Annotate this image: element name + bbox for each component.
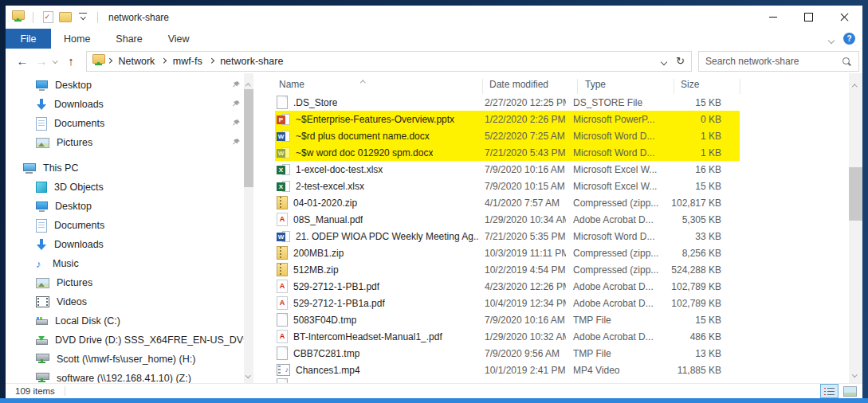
sidebar-item-documents[interactable]: Documents [6,216,244,235]
file-row-200mb1-zip[interactable]: 200MB1.zip10/3/2019 11:11 PMCompressed (… [275,245,740,261]
sidebar-item-desktop[interactable]: Desktop [6,76,244,95]
sidebar-item-downloads[interactable]: Downloads [6,235,244,254]
maximize-button[interactable] [791,6,827,29]
file-row-04-01-2020-zip[interactable]: 04-01-2020.zip4/1/2020 7:57 AMCompressed… [275,194,740,211]
breadcrumb-network[interactable]: Network [114,56,160,67]
search-box [698,51,859,72]
sidebar-item-software-192-168-41-10-z[interactable]: software (\\192.168.41.10) (Z:) [6,369,244,384]
file-row-w-word-doc-012920-spm-docx[interactable]: ~$w word doc 012920 spm.docx7/21/2020 5:… [275,144,740,161]
breadcrumb-chevron-icon[interactable] [160,59,167,63]
breadcrumb-chevron-icon[interactable] [106,59,113,63]
ribbon-expand-button[interactable] [829,32,834,46]
file-row-chances1-mp4[interactable]: Chances1.mp410/1/2019 2:41 PMMP4 Video11… [275,362,740,378]
column-header-type[interactable]: Type [578,79,674,94]
name-cell: Chances1.mp4 [275,364,478,376]
file-date-modified: 1/22/2020 2:26 PM [478,114,566,125]
column-header-date-modified[interactable]: Date modified [483,79,578,94]
sidebar-scrollbar-thumb[interactable] [244,89,253,187]
file-row-enterprise-features-overview-pptx[interactable]: ~$Enterprise-Features-Overview.pptx1/22/… [275,111,740,127]
3d-objects-icon [36,182,47,193]
sidebar-item-videos[interactable]: Videos [6,292,244,311]
recent-locations-chevron[interactable] [50,51,61,72]
file-list-scrollbar[interactable] [849,73,862,384]
search-icon[interactable] [842,57,850,65]
search-input[interactable] [699,56,842,67]
file-type: Adobe Acrobat D... [566,214,662,225]
file-size: 486 KB [662,331,727,342]
customize-quick-access-button[interactable] [74,8,92,27]
forward-button[interactable]: → [33,51,50,72]
file-name: 529-2712-1-PB1a.pdf [293,298,385,309]
up-button[interactable]: ↑ [61,51,81,72]
file-date-modified: 5/22/2020 7:25 AM [478,131,566,142]
tab-share[interactable]: Share [103,29,155,49]
name-cell: 04-01-2020.zip [275,196,478,209]
breadcrumb-chevron-icon[interactable] [208,59,215,63]
tab-home[interactable]: Home [51,29,103,49]
file-row-ds-store[interactable]: .DS_Store2/27/2020 12:25 PMDS_STORE File… [275,94,740,111]
address-bar[interactable]: Networkmwf-fsnetwork-share ↻ [86,51,692,72]
address-dropdown-chevron[interactable] [662,56,666,67]
breadcrumb-mwf-fs[interactable]: mwf-fs [168,56,207,67]
column-header-name[interactable]: Name [275,79,483,94]
file-size: 15 KB [662,181,727,192]
column-header-size[interactable]: Size [674,79,740,94]
file-name: 529-2712-1-PB1.pdf [293,281,379,292]
divider [65,386,65,396]
file-row-21-odep-wioa-pdc-weekly-meeting-ag[interactable]: 21. ODEP WIOA PDC Weekly Meeting Ag...7/… [275,228,740,245]
sidebar-item-pictures[interactable]: Pictures [6,273,244,292]
documents-icon [36,117,47,131]
large-icons-view-button[interactable] [841,384,859,398]
sidebar-item-documents[interactable]: Documents [6,114,244,133]
file-row-1-excel-doc-test-xlsx[interactable]: 1-excel-doc-test.xlsx7/9/2020 10:16 AMMi… [275,161,740,178]
pdf-icon [277,296,288,310]
sidebar-item-dvd-drive-d-sss-x64fre-en-us-dv9[interactable]: DVD Drive (D:) SSS_X64FRE_EN-US_DV9 [6,331,244,350]
window-system-menu[interactable] [10,8,27,27]
file-row-2-test-excel-xlsx[interactable]: 2-test-excel.xlsx7/9/2020 10:15 AMMicros… [275,178,740,194]
minimize-button[interactable] [755,6,791,29]
breadcrumb-network-share[interactable]: network-share [215,56,288,67]
excel-icon [277,180,290,193]
file-type: MP4 Video [566,365,662,376]
scroll-down-icon[interactable] [853,365,857,379]
quick-access-properties-button[interactable] [39,8,57,27]
documents-icon [36,219,47,233]
file-type: DS_STORE File [566,97,662,108]
tab-file[interactable]: File [6,29,51,49]
details-view-button[interactable] [820,384,839,398]
view-buttons [820,384,859,398]
file-size: 102,789 KB [662,281,727,292]
back-button[interactable]: ← [12,51,33,72]
file-row-529-2712-1-pb1-pdf[interactable]: 529-2712-1-PB1.pdf4/23/2020 12:26 PMAdob… [275,278,740,295]
file-row-5083f04d-tmp[interactable]: 5083F04D.tmp7/9/2020 10:16 AMTMP File15 … [275,311,740,328]
sidebar-item-pictures[interactable]: Pictures [6,133,244,152]
file-row-08s-manual-pdf[interactable]: 08S_Manual.pdf1/29/2020 10:34 AMAdobe Ac… [275,211,740,228]
close-button[interactable] [827,6,862,29]
refresh-icon[interactable]: ↻ [676,56,685,66]
file-row-512mb-zip[interactable]: 512MB.zip10/2/2019 4:54 PMCompressed (zi… [275,261,740,278]
file-size: 5,305 KB [662,214,727,225]
help-icon[interactable] [843,33,855,45]
word-icon [277,230,290,243]
name-cell: 529-2712-1-PB1.pdf [275,280,478,293]
file-row-bt-intercomheadset-manual1-pdf[interactable]: BT-IntercomHeadset-Manual1_.pdf1/29/2020… [275,328,740,345]
sidebar-item-music[interactable]: Music [6,254,244,273]
file-row-rd-plus-document-name-docx[interactable]: ~$rd plus document name.docx5/22/2020 7:… [275,127,740,144]
sidebar-item-desktop[interactable]: Desktop [6,197,244,216]
file-list-pane: Name Date modified Type Size .DS_Store2/… [263,73,862,384]
file-row-cbb7c281-tmp[interactable]: CBB7C281.tmp7/9/2020 9:56 AMTMP File13 K… [275,345,740,362]
sidebar-item-downloads[interactable]: Downloads [6,95,244,114]
sidebar-item-this-pc[interactable]: This PC [6,158,244,178]
sidebar-item-3d-objects[interactable]: 3D Objects [6,178,244,197]
sidebar-item-local-disk-c[interactable]: Local Disk (C:) [6,311,244,331]
name-cell: 08S_Manual.pdf [275,213,478,226]
sidebar-item-scott-mwf-fs-user-home-h[interactable]: Scott (\\mwf-fs\user_home) (H:) [6,350,244,369]
scroll-down-icon[interactable] [246,366,250,380]
file-list-scrollbar-thumb[interactable] [849,167,862,221]
sidebar-scrollbar[interactable] [244,73,253,384]
pin-icon [232,100,241,111]
scroll-up-icon[interactable] [853,77,857,92]
tab-view[interactable]: View [155,29,202,49]
file-row-529-2712-1-pb1a-pdf[interactable]: 529-2712-1-PB1a.pdf10/4/2019 12:34 PMAdo… [275,295,740,311]
quick-access-new-folder-button[interactable] [57,8,74,27]
